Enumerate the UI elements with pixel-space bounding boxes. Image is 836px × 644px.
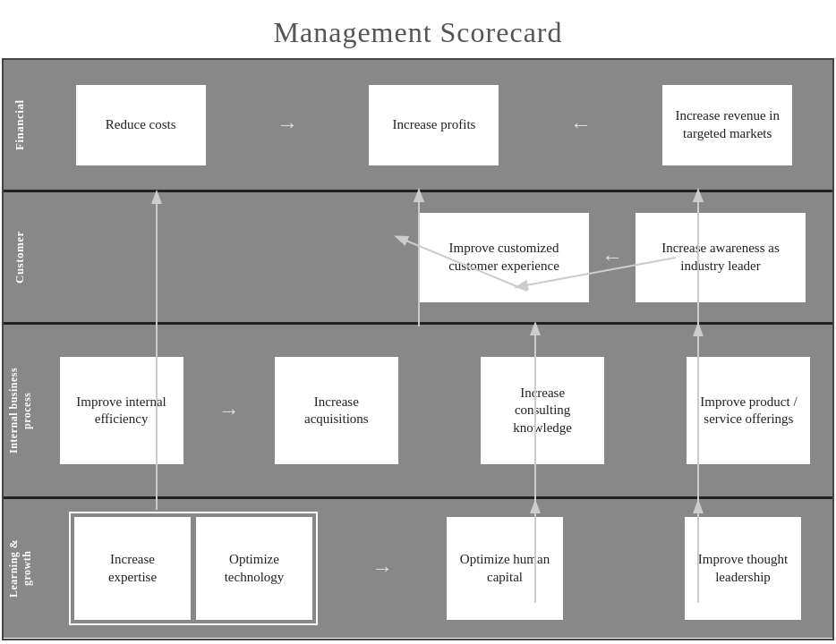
box-increase-expertise: Increase expertise — [74, 517, 191, 620]
page-wrapper: Management Scorecard Financial Reduce co… — [0, 0, 836, 644]
arrow-right-learning: → — [370, 556, 395, 580]
band-content-internal: Improve internal efficiency → Increase a… — [38, 325, 832, 496]
scorecard: Financial Reduce costs → Increase profit… — [2, 58, 834, 640]
band-financial: Financial Reduce costs → Increase profit… — [4, 60, 832, 192]
box-improve-thought: Improve thought leadership — [685, 517, 801, 620]
arrow-left-customer: ← — [600, 245, 625, 269]
band-internal: Internal business process Improve intern… — [4, 325, 832, 499]
box-reduce-costs: Reduce costs — [76, 85, 206, 165]
box-increase-consulting: Increase consulting knowledge — [481, 357, 604, 464]
box-increase-revenue: Increase revenue in targeted markets — [662, 85, 792, 165]
band-customer: Customer Improve customized customer exp… — [4, 192, 832, 325]
box-improve-efficiency: Improve internal efficiency — [60, 357, 183, 464]
box-improve-product: Improve product / service offerings — [687, 357, 810, 464]
arrow-left-1: ← — [568, 113, 593, 137]
band-label-financial: Financial — [4, 60, 36, 190]
box-increase-awareness: Increase awareness as industry leader — [636, 213, 806, 302]
band-label-internal: Internal business process — [4, 325, 38, 496]
band-content-customer: Improve customized customer experience ←… — [36, 192, 832, 322]
box-improve-customer: Improve customized customer experience — [419, 213, 589, 302]
box-optimize-human: Optimize human capital — [447, 517, 563, 620]
band-label-learning: Learning & growth — [4, 499, 38, 638]
learning-highlight-group: Increase expertise Optimize technology — [69, 512, 318, 625]
band-content-learning: Increase expertise Optimize technology →… — [38, 499, 832, 638]
arrow-right-1: → — [275, 113, 300, 137]
page-title: Management Scorecard — [0, 0, 836, 58]
box-optimize-technology: Optimize technology — [196, 517, 312, 620]
box-increase-profits: Increase profits — [369, 85, 499, 165]
arrow-right-internal: → — [217, 399, 242, 423]
band-content-financial: Reduce costs → Increase profits ← Increa… — [36, 60, 832, 190]
box-increase-acquisitions: Increase acquisitions — [275, 357, 398, 464]
band-learning: Learning & growth Increase expertise Opt… — [4, 499, 832, 638]
band-label-customer: Customer — [4, 192, 36, 322]
